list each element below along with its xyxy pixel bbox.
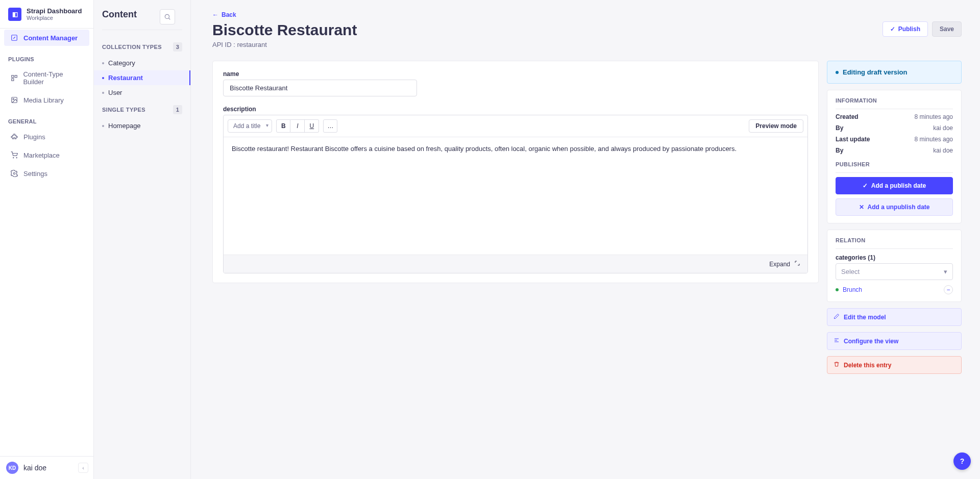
edit-model-label: Edit the model [844, 314, 886, 321]
puzzle-icon [10, 133, 18, 141]
bullet-icon [102, 77, 104, 79]
information-heading: INFORMATION [836, 97, 953, 104]
check-icon: ✓ [890, 26, 895, 33]
svg-rect-1 [11, 75, 13, 78]
categories-select[interactable]: Select ▾ [836, 263, 953, 280]
name-field-label: name [223, 70, 808, 78]
single-types-header: SINGLE TYPES 1 [94, 100, 190, 118]
collection-types-count: 3 [173, 42, 182, 52]
status-draft-text: draft version [867, 68, 908, 76]
search-icon [164, 13, 171, 20]
status-dot-icon [836, 288, 839, 291]
cart-icon [10, 151, 18, 159]
content-type-sidebar: Content COLLECTION TYPES 3 Category Rest… [94, 0, 191, 479]
created-label: Created [836, 113, 859, 120]
type-item-label: Restaurant [108, 74, 143, 82]
svg-point-9 [165, 14, 169, 18]
type-item-label: Category [108, 59, 135, 67]
add-unpublish-date-button[interactable]: ✕ Add a unpublish date [836, 198, 953, 216]
expand-label: Expand [769, 261, 790, 268]
nav-section-general: GENERAL [0, 109, 93, 128]
remove-relation-button[interactable]: − [944, 285, 953, 294]
add-publish-label: Add a publish date [871, 182, 926, 189]
collection-types-label: COLLECTION TYPES [102, 44, 162, 50]
type-item-restaurant[interactable]: Restaurant [94, 70, 190, 85]
pen-square-icon [10, 34, 18, 42]
chevron-down-icon: ▾ [944, 268, 947, 275]
brand-title: Strapi Dashboard [27, 7, 82, 15]
back-link[interactable]: ← Back [212, 11, 962, 18]
content-search-button[interactable] [160, 9, 175, 24]
underline-button[interactable]: U [305, 119, 319, 133]
svg-point-6 [13, 158, 14, 158]
created-by-value: kai doe [933, 124, 953, 132]
bullet-icon [102, 62, 104, 64]
relation-item-link[interactable]: Brunch [843, 286, 862, 293]
nav-content-manager[interactable]: Content Manager [4, 30, 89, 46]
type-item-homepage[interactable]: Homepage [94, 118, 190, 133]
save-button[interactable]: Save [932, 21, 962, 37]
nav-media-library[interactable]: Media Library [4, 92, 89, 108]
publisher-heading: PUBLISHER [836, 161, 953, 167]
type-item-label: User [108, 89, 122, 96]
type-item-category[interactable]: Category [94, 56, 190, 70]
brand-logo-icon: ◧ [8, 8, 21, 21]
delete-entry-label: Delete this entry [844, 362, 891, 369]
relation-item: Brunch − [836, 285, 953, 294]
relation-panel: RELATION categories (1) Select ▾ Brunch … [827, 230, 962, 302]
gear-icon [10, 169, 18, 178]
description-textarea[interactable]: Biscotte restaurant! Restaurant Biscotte… [224, 137, 807, 255]
nav-marketplace[interactable]: Marketplace [4, 147, 89, 163]
sidebar-collapse-button[interactable]: ‹ [78, 463, 88, 473]
nav-content-type-builder[interactable]: Content-Type Builder [4, 66, 89, 90]
italic-button[interactable]: I [290, 119, 305, 133]
bullet-icon [102, 92, 104, 94]
created-value: 8 minutes ago [915, 113, 953, 120]
status-panel: Editing draft version [827, 61, 962, 84]
publish-button[interactable]: ✓ Publish [883, 21, 928, 37]
publish-label: Publish [898, 26, 920, 33]
user-name: kai doe [23, 464, 46, 472]
preview-mode-button[interactable]: Preview mode [749, 119, 803, 133]
layout-icon [10, 74, 18, 82]
status-dot-icon [836, 71, 839, 74]
description-editor: Add a title B I U … Preview mode Biscott… [223, 115, 808, 273]
user-footer[interactable]: KD kai doe ‹ [0, 456, 93, 479]
pencil-icon [834, 313, 840, 321]
nav-settings[interactable]: Settings [4, 165, 89, 182]
add-publish-date-button[interactable]: ✓ Add a publish date [836, 177, 953, 194]
svg-point-7 [16, 158, 17, 158]
last-update-value: 8 minutes ago [915, 136, 953, 143]
information-panel: INFORMATION Created 8 minutes ago By kai… [827, 90, 962, 223]
type-item-user[interactable]: User [94, 85, 190, 100]
name-input[interactable] [223, 80, 417, 96]
title-style-select[interactable]: Add a title [228, 119, 272, 133]
updated-by-value: kai doe [933, 147, 953, 154]
trash-icon [834, 361, 840, 369]
single-types-count: 1 [173, 105, 182, 114]
content-heading: Content [94, 9, 145, 28]
relation-heading: RELATION [836, 237, 953, 243]
sliders-icon [834, 337, 840, 345]
edit-model-button[interactable]: Edit the model [827, 308, 962, 326]
nav-plugins[interactable]: Plugins [4, 129, 89, 145]
help-fab-button[interactable]: ? [953, 452, 971, 470]
configure-view-button[interactable]: Configure the view [827, 332, 962, 350]
more-format-button[interactable]: … [323, 119, 337, 133]
main-content: ← Back Biscotte Restaurant ✓ Publish Sav… [191, 0, 980, 479]
bold-button[interactable]: B [276, 119, 290, 133]
nav-marketplace-label: Marketplace [23, 152, 60, 159]
edit-form-card: name description Add a title B I U [212, 61, 819, 283]
type-item-label: Homepage [108, 122, 141, 130]
bullet-icon [102, 125, 104, 127]
delete-entry-button[interactable]: Delete this entry [827, 356, 962, 374]
expand-editor-button[interactable]: Expand [224, 255, 807, 273]
svg-rect-2 [15, 75, 17, 78]
nav-section-plugins: PLUGINS [0, 47, 93, 65]
collection-types-header: COLLECTION TYPES 3 [94, 37, 190, 56]
side-column: Editing draft version INFORMATION Create… [827, 61, 962, 374]
nav-media-label: Media Library [23, 96, 64, 104]
select-placeholder: Select [841, 268, 860, 275]
api-id-label: API ID : restaurant [212, 41, 962, 48]
created-by-label: By [836, 124, 843, 132]
